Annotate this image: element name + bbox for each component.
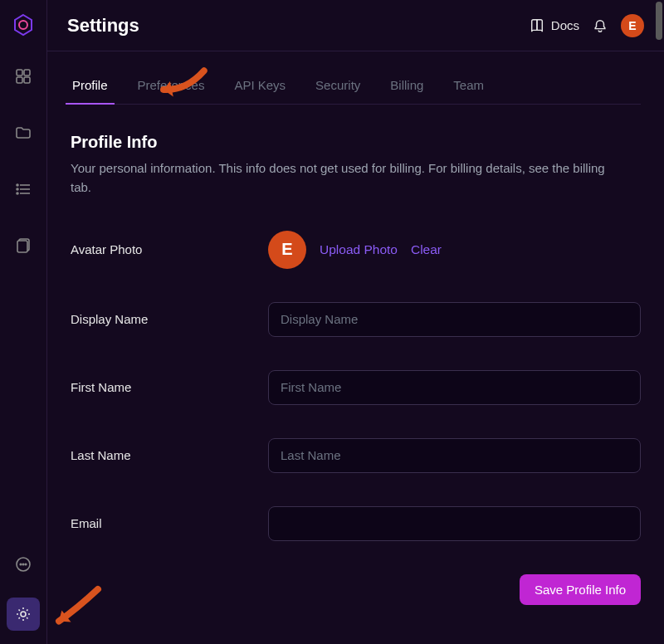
upload-photo-button[interactable]: Upload Photo — [320, 242, 398, 257]
svg-point-10 — [17, 193, 18, 194]
header: Settings Docs E — [47, 0, 664, 51]
last-name-label: Last Name — [71, 448, 251, 462]
svg-point-0 — [19, 21, 27, 29]
main-pane: Settings Docs E Profile Preferences API … — [46, 0, 664, 644]
email-label: Email — [71, 516, 251, 530]
tab-apikeys[interactable]: API Keys — [232, 73, 287, 104]
clear-photo-button[interactable]: Clear — [411, 242, 442, 257]
display-name-input[interactable] — [268, 302, 641, 337]
avatar-field: Avatar Photo E Upload Photo Clear — [71, 231, 641, 269]
email-field: Email — [71, 506, 641, 541]
avatar-preview: E — [268, 231, 306, 269]
tabs: Profile Preferences API Keys Security Bi… — [71, 73, 641, 105]
save-button[interactable]: Save Profile Info — [520, 574, 641, 605]
tab-security[interactable]: Security — [314, 73, 362, 104]
rail-folder[interactable] — [7, 116, 40, 149]
tab-preferences[interactable]: Preferences — [136, 73, 207, 104]
tab-billing[interactable]: Billing — [388, 73, 425, 104]
brand-logo — [12, 13, 35, 37]
rail-list[interactable] — [7, 173, 40, 206]
rail-document[interactable] — [7, 229, 40, 262]
header-avatar[interactable]: E — [621, 14, 644, 37]
svg-rect-2 — [24, 70, 30, 76]
svg-rect-4 — [24, 77, 30, 83]
first-name-field: First Name — [71, 370, 641, 405]
svg-point-9 — [17, 188, 18, 190]
svg-rect-1 — [17, 70, 22, 76]
last-name-input[interactable] — [268, 438, 641, 473]
svg-rect-3 — [17, 77, 22, 83]
page-title: Settings — [67, 15, 516, 37]
rail-settings[interactable] — [7, 598, 40, 631]
content: Profile Preferences API Keys Security Bi… — [47, 51, 664, 644]
avatar-label: Avatar Photo — [71, 242, 251, 256]
bell-button[interactable] — [593, 18, 608, 33]
docs-label: Docs — [551, 18, 579, 32]
actions-row: Save Profile Info — [71, 574, 641, 605]
bell-icon — [593, 18, 608, 33]
svg-point-16 — [25, 564, 27, 565]
email-input[interactable] — [268, 506, 641, 541]
rail-dashboard[interactable] — [7, 60, 40, 93]
first-name-label: First Name — [71, 380, 251, 394]
tab-team[interactable]: Team — [452, 73, 486, 104]
svg-rect-12 — [17, 241, 27, 252]
book-icon — [530, 18, 544, 33]
nav-rail — [0, 0, 46, 644]
svg-point-14 — [20, 564, 22, 565]
section-title: Profile Info — [71, 133, 641, 152]
scrollbar[interactable] — [656, 2, 662, 40]
svg-point-8 — [17, 184, 18, 186]
display-name-label: Display Name — [71, 312, 251, 326]
tab-profile[interactable]: Profile — [71, 73, 110, 104]
section-description: Your personal information. This info doe… — [71, 159, 618, 198]
rail-chat[interactable] — [7, 548, 40, 581]
docs-link[interactable]: Docs — [530, 18, 579, 33]
svg-point-15 — [22, 564, 24, 565]
first-name-input[interactable] — [268, 370, 641, 405]
display-name-field: Display Name — [71, 302, 641, 337]
last-name-field: Last Name — [71, 438, 641, 473]
svg-point-17 — [21, 612, 26, 617]
